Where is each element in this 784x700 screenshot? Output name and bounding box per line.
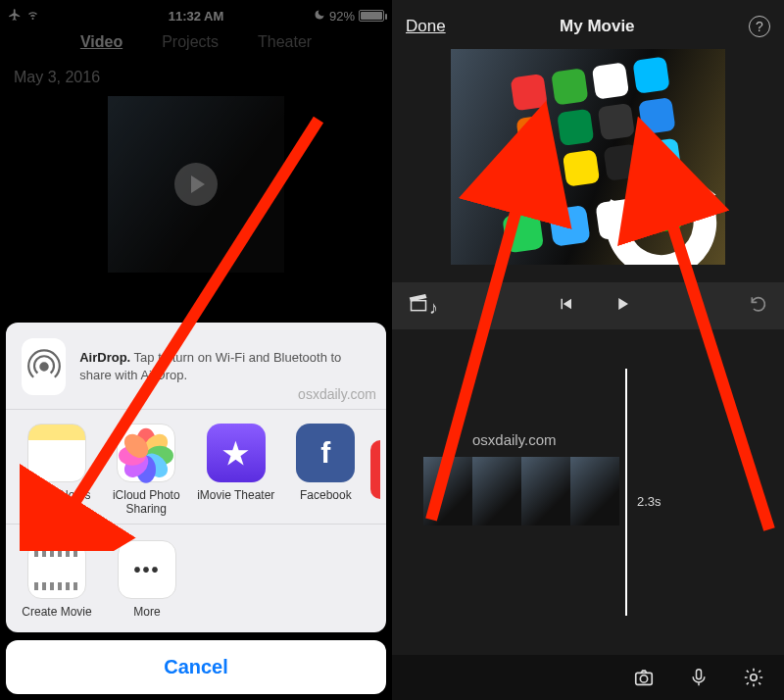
share-apps-row-2: Create Movie ••• More bbox=[6, 525, 386, 632]
share-apps-row-1: osxdaily.com Add to Notes bbox=[6, 410, 386, 525]
share-item-create-movie[interactable]: Create Movie bbox=[12, 540, 102, 619]
playback-controls: ♪ bbox=[392, 282, 784, 329]
share-item-more[interactable]: ••• More bbox=[102, 540, 192, 619]
screenshot-share-sheet: 11:32 AM 92% Video Projects Theater May … bbox=[0, 0, 392, 700]
cancel-button[interactable]: Cancel bbox=[6, 640, 386, 694]
facebook-icon: f bbox=[296, 424, 355, 482]
prev-button[interactable] bbox=[557, 295, 574, 318]
share-item-facebook[interactable]: f Facebook bbox=[281, 424, 371, 516]
editor-footer bbox=[392, 655, 784, 700]
media-browser-icon[interactable]: ♪ bbox=[408, 294, 438, 319]
airdrop-text: AirDrop. Tap to turn on Wi-Fi and Blueto… bbox=[79, 349, 370, 383]
playhead[interactable] bbox=[625, 369, 627, 616]
share-label: Create Movie bbox=[12, 605, 102, 619]
share-item-notes[interactable]: Add to Notes bbox=[12, 424, 102, 516]
project-title: My Movie bbox=[560, 17, 635, 36]
svg-rect-2 bbox=[412, 300, 426, 310]
undo-button[interactable] bbox=[749, 294, 768, 319]
imovie-icon: ★ bbox=[207, 424, 266, 482]
rotate-icon bbox=[603, 165, 718, 265]
timeline[interactable]: osxdaily.com 2.3s bbox=[392, 329, 784, 655]
share-sheet: AirDrop. Tap to turn on Wi-Fi and Blueto… bbox=[6, 323, 386, 694]
share-label: Facebook bbox=[281, 488, 371, 502]
screenshot-imovie-editor: Done My Movie ? ♪ bbox=[392, 0, 784, 700]
more-icon: ••• bbox=[118, 540, 176, 599]
airdrop-icon bbox=[22, 338, 66, 395]
clip[interactable] bbox=[423, 457, 619, 525]
photos-icon bbox=[117, 424, 175, 482]
settings-icon[interactable] bbox=[743, 667, 764, 688]
camera-icon[interactable] bbox=[633, 667, 655, 688]
share-item-icloud-photo[interactable]: iCloud Photo Sharing bbox=[102, 424, 192, 516]
share-label: iMovie Theater bbox=[191, 488, 281, 502]
svg-rect-5 bbox=[697, 670, 702, 679]
svg-point-4 bbox=[640, 675, 647, 682]
help-icon[interactable]: ? bbox=[749, 16, 770, 37]
watermark: osxdaily.com bbox=[472, 431, 557, 448]
svg-point-0 bbox=[40, 363, 47, 370]
microphone-icon[interactable] bbox=[688, 667, 710, 688]
notes-icon bbox=[27, 424, 86, 482]
share-label: Add to Notes bbox=[12, 488, 102, 502]
clip-duration: 2.3s bbox=[637, 494, 662, 509]
video-preview[interactable] bbox=[451, 49, 725, 265]
play-button[interactable] bbox=[613, 295, 631, 318]
share-item-overflow[interactable] bbox=[370, 440, 380, 499]
svg-point-6 bbox=[751, 675, 757, 680]
share-label: More bbox=[102, 605, 192, 619]
share-item-imovie-theater[interactable]: ★ iMovie Theater bbox=[191, 424, 281, 516]
watermark: osxdaily.com bbox=[298, 386, 376, 402]
editor-header: Done My Movie ? bbox=[392, 0, 784, 45]
filmstrip-icon bbox=[27, 540, 86, 599]
share-label: iCloud Photo Sharing bbox=[102, 488, 192, 516]
done-button[interactable]: Done bbox=[406, 17, 446, 36]
